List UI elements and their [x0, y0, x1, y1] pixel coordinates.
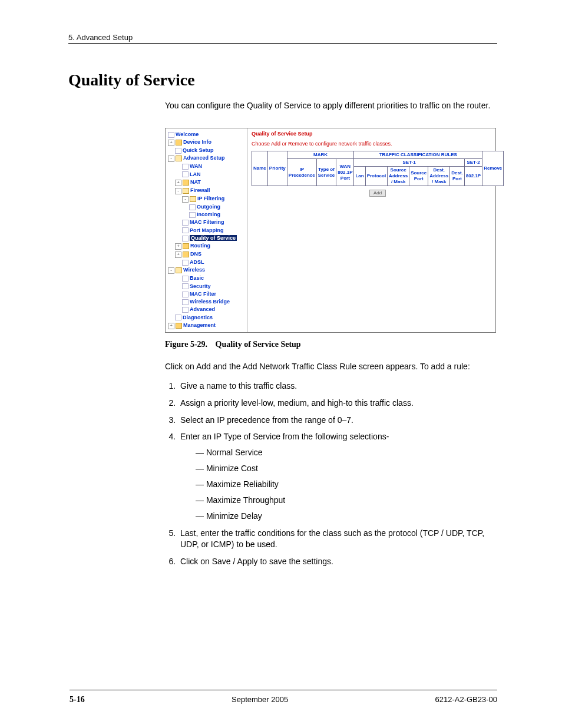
nav-management[interactable]: +Management	[167, 322, 246, 330]
folder-open-icon	[190, 196, 196, 202]
figure-container: Welcome +Device Info Quick Setup -Advanc…	[165, 128, 497, 333]
page-icon	[182, 220, 189, 226]
col-dst-port: Dest. Port	[450, 167, 465, 186]
nav-lan[interactable]: LAN	[167, 171, 246, 178]
after-figure-paragraph: Click on Add and the Add Network Traffic…	[165, 361, 497, 372]
content-title: Quality of Service Setup	[252, 131, 504, 137]
expand-icon[interactable]: +	[168, 140, 174, 146]
step-1: Give a name to this traffic class.	[178, 380, 497, 392]
window-icon	[168, 132, 174, 138]
nav-port-mapping[interactable]: Port Mapping	[167, 227, 246, 234]
col-set2: SET-2	[464, 159, 482, 167]
doc-id: 6212-A2-GB23-00	[435, 695, 497, 704]
step-4d: Maximize Throughput	[196, 495, 497, 506]
expand-icon[interactable]: +	[175, 252, 181, 258]
step-4-text: Enter an IP Type of Service from the fol…	[180, 432, 389, 441]
qos-table: Name Priority MARK TRAFFIC CLASSIFICATIO…	[252, 151, 504, 186]
nav-wireless-bridge[interactable]: Wireless Bridge	[167, 298, 246, 306]
col-ip-prec: IP Precedence	[287, 159, 316, 186]
col-src-port: Source Port	[409, 167, 428, 186]
col-lan: Lan	[354, 167, 365, 186]
nav-advanced-setup[interactable]: -Advanced Setup	[167, 154, 246, 163]
nav-routing[interactable]: +Routing	[167, 242, 246, 250]
folder-icon	[183, 180, 189, 186]
folder-icon	[176, 323, 182, 329]
page-icon	[182, 307, 189, 313]
router-ui: Welcome +Device Info Quick Setup -Advanc…	[165, 128, 496, 333]
nav-mac-filter[interactable]: MAC Filter	[167, 290, 246, 298]
col-mark: MARK	[287, 151, 354, 159]
page-icon	[189, 204, 196, 210]
footer-date: September 2005	[232, 695, 288, 704]
figure-number: Figure 5-29.	[165, 340, 207, 349]
figure-title: Quality of Service Setup	[216, 340, 301, 349]
col-rules: TRAFFIC CLASSIFICATION RULES	[354, 151, 482, 159]
nav-qos[interactable]: Quality of Service	[167, 234, 246, 242]
nav-nat[interactable]: +NAT	[167, 178, 246, 187]
nav-adsl[interactable]: ADSL	[167, 259, 246, 266]
page-icon	[182, 292, 189, 297]
nav-firewall[interactable]: -Firewall	[167, 187, 246, 195]
page-icon	[182, 171, 189, 177]
step-4-sublist: Normal Service Minimize Cost Maximize Re…	[180, 447, 497, 521]
page-icon	[182, 299, 189, 305]
expand-icon[interactable]: +	[175, 180, 181, 186]
page-icon	[182, 236, 189, 241]
nav-basic[interactable]: Basic	[167, 274, 246, 282]
page-icon	[175, 315, 181, 320]
nav-outgoing[interactable]: Outgoing	[167, 203, 246, 211]
nav-incoming[interactable]: Incoming	[167, 211, 246, 219]
collapse-icon[interactable]: -	[168, 155, 174, 162]
step-3: Select an IP precedence from the range o…	[178, 415, 497, 426]
page-icon	[182, 164, 189, 170]
expand-icon[interactable]: +	[175, 243, 181, 250]
nav-wireless[interactable]: -Wireless	[167, 266, 246, 274]
folder-open-icon	[176, 155, 182, 161]
nav-welcome[interactable]: Welcome	[167, 131, 246, 138]
nav-security[interactable]: Security	[167, 283, 246, 290]
page-number: 5-16	[70, 695, 85, 704]
folder-icon	[183, 252, 189, 257]
page-title: Quality of Service	[68, 71, 497, 90]
nav-device-info[interactable]: +Device Info	[167, 138, 246, 147]
page-icon	[182, 276, 189, 282]
page-icon	[182, 227, 189, 233]
collapse-icon[interactable]: -	[182, 196, 189, 203]
folder-open-icon	[183, 188, 189, 194]
step-4: Enter an IP Type of Service from the fol…	[178, 431, 497, 521]
nav-quick-setup[interactable]: Quick Setup	[167, 147, 246, 154]
nav-advanced[interactable]: Advanced	[167, 306, 246, 313]
col-name: Name	[252, 151, 268, 186]
nav-mac-filtering[interactable]: MAC Filtering	[167, 219, 246, 226]
step-6: Click on Save / Apply to save the settin…	[178, 556, 497, 567]
step-4c: Maximize Reliability	[196, 479, 497, 490]
router-nav-tree: Welcome +Device Info Quick Setup -Advanc…	[166, 128, 248, 332]
nav-diagnostics[interactable]: Diagnostics	[167, 314, 246, 322]
folder-icon	[176, 140, 182, 145]
col-protocol: Protocol	[365, 167, 387, 186]
page-icon	[182, 260, 189, 266]
add-button[interactable]: Add	[369, 190, 386, 197]
nav-wan[interactable]: WAN	[167, 163, 246, 170]
col-priority: Priority	[267, 151, 287, 186]
folder-icon	[183, 243, 189, 249]
collapse-icon[interactable]: -	[168, 267, 174, 274]
router-content: Quality of Service Setup Choose Add or R…	[248, 128, 507, 332]
col-dst-addr: Dest. Address / Mask	[428, 167, 450, 186]
col-src-addr: Source Address / Mask	[388, 167, 409, 186]
intro-paragraph: You can configure the Quality of Service…	[165, 100, 497, 111]
nav-ip-filtering[interactable]: -IP Filtering	[167, 195, 246, 203]
content-subtitle: Choose Add or Remove to configure networ…	[252, 141, 504, 147]
col-remove: Remove	[482, 151, 504, 186]
col-wan-8021p: WAN 802.1P Port	[336, 159, 354, 186]
col-set1: SET-1	[354, 159, 464, 167]
nav-dns[interactable]: +DNS	[167, 250, 246, 259]
steps-list: Give a name to this traffic class. Assig…	[165, 380, 497, 567]
page-icon	[175, 148, 181, 154]
col-8021p: 802.1P	[464, 167, 482, 186]
collapse-icon[interactable]: -	[175, 188, 181, 194]
expand-icon[interactable]: +	[168, 323, 174, 329]
step-4b: Minimize Cost	[196, 463, 497, 474]
figure-caption: Figure 5-29. Quality of Service Setup	[165, 340, 497, 349]
folder-open-icon	[176, 267, 182, 273]
